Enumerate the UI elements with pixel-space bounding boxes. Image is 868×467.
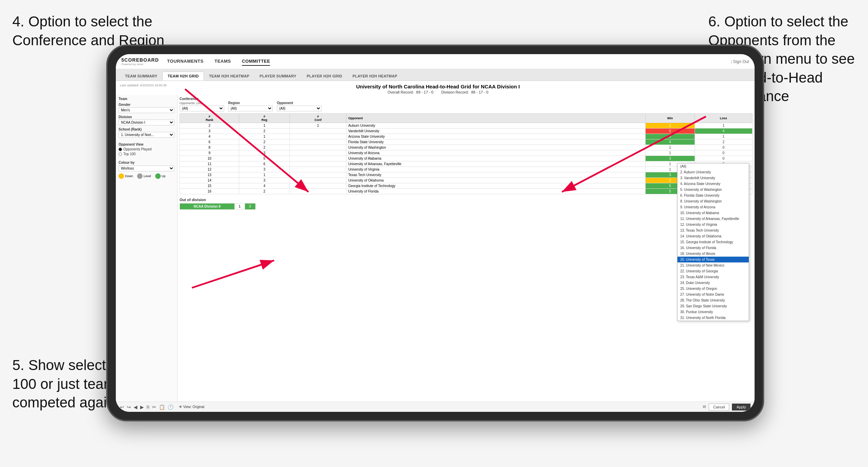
tab-team-h2h-grid[interactable]: TEAM H2H GRID <box>162 72 204 81</box>
dropdown-item[interactable]: 14. University of Oklahoma <box>677 233 749 239</box>
dropdown-item[interactable]: 24. Duke University <box>677 280 749 286</box>
gender-select[interactable]: Men's Women's <box>119 107 174 113</box>
th-conf: #Conf <box>290 114 346 123</box>
undo-icon[interactable]: ↩ <box>120 404 124 410</box>
nav-items: TOURNAMENTS TEAMS COMMITTEE <box>167 57 270 66</box>
apply-button[interactable]: Apply <box>732 404 750 410</box>
legend-up-circle <box>155 173 161 179</box>
tab-team-summary[interactable]: TEAM SUMMARY <box>120 72 162 81</box>
cell-conf <box>290 161 346 167</box>
toolbar-right: W Cancel Apply <box>703 404 750 410</box>
nav-teams[interactable]: TEAMS <box>215 57 231 66</box>
dropdown-item[interactable]: 10. University of Alabama <box>677 210 749 216</box>
nav-tournaments[interactable]: TOURNAMENTS <box>167 57 204 66</box>
tab-team-h2h-heatmap[interactable]: TEAM H2H HEATMAP <box>204 72 255 81</box>
dropdown-item[interactable]: 3. Vanderbilt University <box>677 175 749 181</box>
cut-icon[interactable]: ✂ <box>152 404 156 410</box>
radio-top100[interactable]: Top 100 <box>119 152 174 156</box>
gender-label: Gender <box>119 103 174 107</box>
out-of-division-label: Out of division <box>180 198 753 202</box>
last-updated: Last Updated: 4/15/2024 16:55:38 <box>120 84 167 87</box>
dropdown-item[interactable]: 16. University of Florida <box>677 245 749 251</box>
dropdown-item[interactable]: 12. University of Virginia <box>677 222 749 228</box>
dropdown-item[interactable]: 20. University of Texas <box>677 257 749 262</box>
dropdown-item[interactable]: 13. Texas Tech University <box>677 228 749 233</box>
dropdown-item[interactable]: 29. San Diego State University <box>677 303 749 309</box>
region-select[interactable]: (All) <box>228 106 273 111</box>
dropdown-item[interactable]: 21. University of New Mexico <box>677 262 749 268</box>
dropdown-item[interactable]: 22. University of Georgia <box>677 268 749 274</box>
colour-by-section: Colour by Win/loss Down <box>119 161 174 179</box>
dropdown-item[interactable]: 23. Texas A&M University <box>677 274 749 280</box>
radio-opponents-played[interactable]: Opponents Played <box>119 147 174 151</box>
nav-signout[interactable]: | Sign Out <box>731 59 749 64</box>
dropdown-item[interactable]: 30. Purdue University <box>677 309 749 315</box>
cell-loss: 1 <box>695 123 752 128</box>
dropdown-item[interactable]: 4. Arizona State University <box>677 181 749 187</box>
team-label: Team <box>119 97 174 101</box>
dropdown-item[interactable]: 5. University of Washington <box>677 187 749 193</box>
copy-icon[interactable]: ⎘ <box>147 404 149 410</box>
cell-reg: 1 <box>239 172 290 178</box>
opponents-sub-label: Opponents: (All) <box>180 101 224 105</box>
school-select[interactable]: 1. University of Nort... <box>119 132 174 138</box>
dropdown-item[interactable]: 8. University of Washington <box>677 198 749 204</box>
cell-reg: 2 <box>239 128 290 134</box>
back-icon[interactable]: ◀ <box>134 404 137 410</box>
cell-conf <box>290 178 346 183</box>
dropdown-item[interactable]: 28. The Ohio State University <box>677 297 749 303</box>
cancel-button[interactable]: Cancel <box>709 404 729 410</box>
tab-player-summary[interactable]: PLAYER SUMMARY <box>255 72 302 81</box>
cell-win: 1 <box>645 145 695 150</box>
out-division-win: 1 <box>234 204 245 210</box>
opponent-dropdown[interactable]: (All)2. Auburn University3. Vanderbilt U… <box>677 163 749 321</box>
opponent-select[interactable]: (All) <box>277 106 321 111</box>
zoom-text: W <box>703 405 706 409</box>
dropdown-item[interactable]: 31. University of North Florida <box>677 315 749 321</box>
division-select[interactable]: NCAA Division I <box>119 120 174 125</box>
overall-record-label: Overall Record: <box>388 90 414 94</box>
cell-reg: 3 <box>239 178 290 183</box>
cell-reg: 5 <box>239 156 290 161</box>
cell-reg: 3 <box>239 167 290 172</box>
th-opponent: Opponent <box>346 114 646 123</box>
annotation-1-text: 4. Option to select the Conference and R… <box>12 13 164 48</box>
dropdown-item[interactable]: 11. University of Arkansas, Fayetteville <box>677 216 749 222</box>
cell-opponent: Texas Tech University <box>346 172 646 178</box>
cell-reg: 1 <box>239 123 290 128</box>
forward-icon[interactable]: ▶ <box>140 404 144 410</box>
cell-opponent: University of Arizona <box>346 150 646 156</box>
cell-reg: 2 <box>239 189 290 194</box>
legend-up-label: Up <box>162 174 166 178</box>
cell-conf <box>290 145 346 150</box>
dropdown-item[interactable]: (All) <box>677 163 749 169</box>
dropdown-item[interactable]: 9. University of Arizona <box>677 204 749 210</box>
h2h-table: #Rank #Reg #Conf Opponent Win Loss <box>180 113 753 194</box>
paste-icon[interactable]: 📋 <box>159 404 165 410</box>
nav-committee[interactable]: COMMITTEE <box>242 57 270 66</box>
tablet-frame: 5COREBOARD Powered by cloud TOURNAMENTS … <box>106 45 764 421</box>
dropdown-item[interactable]: 6. Florida State University <box>677 193 749 198</box>
cell-win: 5 <box>645 134 695 139</box>
redo-icon[interactable]: ↪ <box>127 404 131 410</box>
cell-win: 4 <box>645 139 695 145</box>
tab-player-h2h-heatmap[interactable]: PLAYER H2H HEATMAP <box>347 72 403 81</box>
annotation-1: 4. Option to select the Conference and R… <box>12 12 184 50</box>
cell-conf <box>290 167 346 172</box>
colour-by-select[interactable]: Win/loss <box>119 165 174 171</box>
team-field: Team <box>119 97 174 101</box>
cell-opponent: University of Oklahoma <box>346 178 646 183</box>
clock-icon[interactable]: 🕐 <box>168 404 173 410</box>
dropdown-item[interactable]: 2. Auburn University <box>677 169 749 175</box>
tab-player-h2h-grid[interactable]: PLAYER H2H GRID <box>302 72 347 81</box>
cell-conf <box>290 139 346 145</box>
cell-rank: 6 <box>180 139 239 145</box>
school-field: School (Rank) 1. University of Nort... <box>119 127 174 138</box>
dropdown-item[interactable]: 18. University of Illinois <box>677 251 749 257</box>
dropdown-item[interactable]: 15. Georgia Institute of Technology <box>677 239 749 245</box>
dropdown-item[interactable]: 25. University of Oregon <box>677 286 749 292</box>
table-row: 15 4 Georgia Institute of Technology 5 1 <box>180 183 753 189</box>
cell-opponent: University of Washington <box>346 145 646 150</box>
conference-select[interactable]: (All) <box>180 106 224 111</box>
dropdown-item[interactable]: 27. University of Notre Dame <box>677 292 749 297</box>
